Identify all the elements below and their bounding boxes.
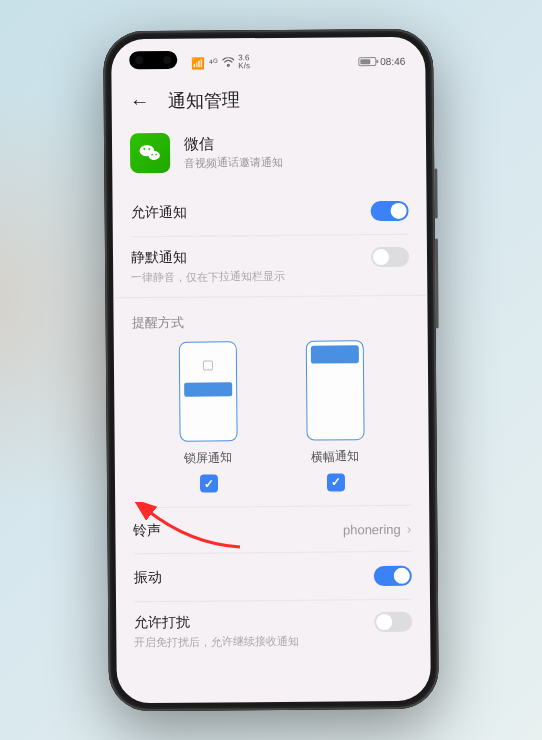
lockscreen-preview xyxy=(178,341,237,442)
row-allow-notifications[interactable]: 允许通知 xyxy=(112,187,426,238)
row-subtitle: 一律静音，仅在下拉通知栏显示 xyxy=(131,269,285,285)
row-title: 振动 xyxy=(134,569,162,587)
row-title: 铃声 xyxy=(133,522,161,540)
side-button-1 xyxy=(434,169,437,219)
row-title: 允许通知 xyxy=(131,204,187,222)
app-name: 微信 xyxy=(184,134,283,154)
toggle-vibrate[interactable] xyxy=(374,566,412,586)
side-button-2 xyxy=(435,239,439,329)
svg-point-2 xyxy=(143,148,145,150)
network-label: ⁴ᴳ xyxy=(209,57,218,68)
row-allow-disturb[interactable]: 允许打扰 开启免打扰后，允许继续接收通知 xyxy=(116,600,431,663)
signal-icon: 📶 xyxy=(191,56,205,69)
checkbox-lock[interactable]: ✓ xyxy=(199,474,217,492)
svg-point-3 xyxy=(148,148,150,150)
svg-point-5 xyxy=(155,154,157,156)
row-subtitle: 开启免打扰后，允许继续接收通知 xyxy=(134,634,299,650)
chevron-right-icon: › xyxy=(407,521,412,537)
mode-banner[interactable]: 横幅通知 ✓ xyxy=(305,340,364,492)
mode-lockscreen[interactable]: 锁屏通知 ✓ xyxy=(178,341,237,493)
toggle-allow[interactable] xyxy=(371,201,409,221)
banner-preview xyxy=(305,340,364,441)
svg-point-4 xyxy=(151,154,153,156)
battery-icon xyxy=(358,57,376,66)
row-title: 静默通知 xyxy=(131,248,285,267)
row-title: 允许打扰 xyxy=(134,613,299,632)
page-title: 通知管理 xyxy=(168,88,240,113)
mode-label: 锁屏通知 xyxy=(184,449,232,466)
row-ringtone[interactable]: 铃声 phonering › xyxy=(115,506,429,555)
ringtone-value: phonering xyxy=(343,521,401,537)
page-header: ← 通知管理 xyxy=(111,77,425,128)
clock: 08:46 xyxy=(380,55,405,66)
back-icon[interactable]: ← xyxy=(130,90,150,113)
net-speed: 3.6K/s xyxy=(238,54,250,70)
phone-frame: 📶 ⁴ᴳ 3.6K/s 08:46 ← 通知管理 微信 音视频通话邀请通知 xyxy=(103,29,439,712)
alert-modes: 锁屏通知 ✓ 横幅通知 ✓ xyxy=(114,340,429,502)
row-vibrate[interactable]: 振动 xyxy=(116,552,430,603)
camera-cutout xyxy=(129,51,177,69)
toggle-silent[interactable] xyxy=(371,247,409,267)
app-info-row: 微信 音视频通话邀请通知 xyxy=(112,125,427,190)
checkbox-banner[interactable]: ✓ xyxy=(326,473,344,491)
phone-screen: 📶 ⁴ᴳ 3.6K/s 08:46 ← 通知管理 微信 音视频通话邀请通知 xyxy=(111,37,431,704)
wifi-icon xyxy=(222,57,234,67)
row-silent[interactable]: 静默通知 一律静音，仅在下拉通知栏显示 xyxy=(113,235,428,298)
mode-label: 横幅通知 xyxy=(311,448,359,465)
section-alert-style: 提醒方式 xyxy=(113,295,427,343)
app-subtitle: 音视频通话邀请通知 xyxy=(184,155,283,171)
wechat-icon xyxy=(130,133,170,173)
toggle-dnd[interactable] xyxy=(374,612,412,632)
